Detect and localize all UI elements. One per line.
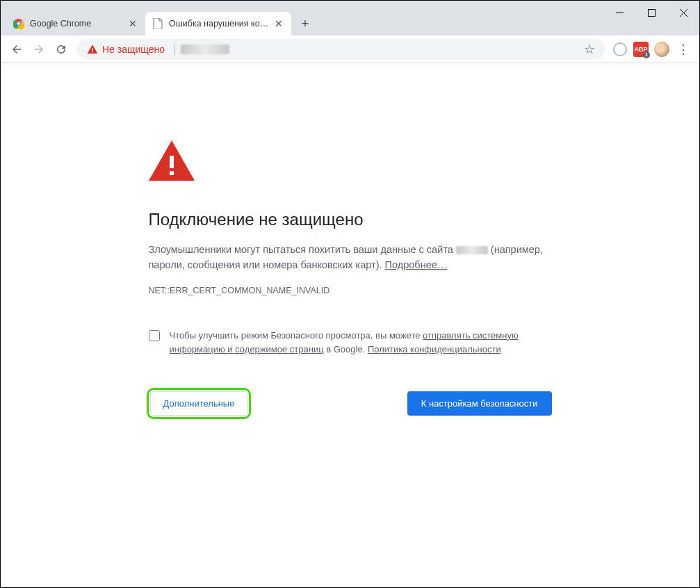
warning-icon [87, 44, 98, 55]
reload-button[interactable] [51, 39, 72, 60]
svg-point-1 [17, 22, 20, 25]
privacy-policy-link[interactable]: Политика конфиденциальности [368, 344, 501, 354]
security-status[interactable]: Не защищено [87, 44, 181, 55]
optin-text: Чтобы улучшить режим Безопасного просмот… [170, 329, 552, 357]
tab-title: Google Chrome [30, 19, 124, 28]
page-content: Подключение не защищено Злоумышленники м… [1, 64, 699, 587]
browser-toolbar: Не защищено ☆ ABP1 ⋮ [1, 35, 699, 63]
close-window-button[interactable] [667, 1, 699, 24]
tab-google-chrome[interactable]: Google Chrome ✕ [6, 12, 145, 35]
address-bar[interactable]: Не защищено ☆ [77, 39, 605, 60]
titlebar: Google Chrome ✕ Ошибка нарушения конфиде… [1, 1, 699, 35]
tab-close-icon[interactable]: ✕ [273, 18, 284, 29]
svg-rect-8 [170, 156, 174, 168]
window-controls [603, 1, 699, 24]
profile-avatar[interactable] [652, 40, 671, 59]
redacted-hostname [456, 246, 488, 254]
warning-triangle-icon [149, 140, 552, 181]
button-row: Дополнительные К настройкам безопасности [149, 390, 552, 417]
chrome-icon [13, 18, 24, 29]
tab-close-icon[interactable]: ✕ [127, 18, 138, 29]
ssl-error-interstitial: Подключение не защищено Злоумышленники м… [149, 140, 552, 417]
chrome-menu-button[interactable]: ⋮ [673, 39, 694, 60]
optin-checkbox[interactable] [149, 330, 160, 341]
svg-rect-3 [648, 9, 655, 16]
safe-browsing-optin: Чтобы улучшить режим Безопасного просмот… [149, 329, 552, 357]
error-code: NET::ERR_CERT_COMMON_NAME_INVALID [149, 286, 552, 295]
back-to-safety-button[interactable]: К настройкам безопасности [407, 391, 552, 416]
tutorial-highlight: Дополнительные [149, 390, 250, 417]
forward-button[interactable] [29, 39, 49, 60]
bookmark-star-icon[interactable]: ☆ [581, 41, 598, 58]
svg-rect-6 [92, 48, 92, 51]
tab-privacy-error[interactable]: Ошибка нарушения конфиденц ✕ [145, 12, 291, 35]
body-text-before: Злоумышленники могут пытаться похитить в… [149, 244, 456, 255]
adblock-extension-icon[interactable]: ABP1 [631, 40, 651, 59]
warning-body: Злоумышленники могут пытаться похитить в… [149, 242, 552, 273]
tab-title: Ошибка нарушения конфиденц [169, 19, 270, 28]
svg-rect-9 [170, 171, 174, 175]
learn-more-link[interactable]: Подробнее… [385, 259, 448, 270]
new-tab-button[interactable]: + [295, 14, 315, 33]
url-text [181, 44, 229, 54]
page-heading: Подключение не защищено [149, 210, 552, 229]
document-icon [152, 18, 163, 29]
minimize-button[interactable] [603, 1, 635, 24]
maximize-button[interactable] [635, 1, 667, 24]
svg-rect-7 [92, 51, 92, 52]
divider [174, 44, 175, 55]
back-button[interactable] [6, 39, 27, 60]
yandex-extension-icon[interactable] [610, 40, 630, 59]
security-label: Не защищено [102, 44, 165, 55]
advanced-button[interactable]: Дополнительные [150, 391, 248, 416]
